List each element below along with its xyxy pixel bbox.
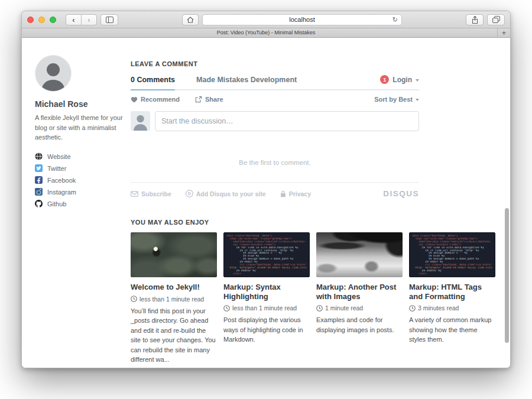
- disqus-logo[interactable]: DISQUS: [383, 189, 419, 198]
- read-time: less than 1 minute read: [223, 304, 310, 312]
- zoom-window-button[interactable]: [50, 17, 56, 23]
- share-box-icon: [195, 96, 202, 103]
- subscribe-link[interactable]: Subscribe: [131, 190, 171, 197]
- svg-text:D: D: [188, 191, 192, 196]
- post-excerpt: A variety of common markup showing how t…: [409, 315, 495, 345]
- clock-icon: [131, 296, 137, 302]
- tab-community[interactable]: Made Mistakes Development: [196, 76, 297, 89]
- instagram-icon: [35, 188, 43, 196]
- sidebar-toggle-button[interactable]: [100, 14, 118, 25]
- commenter-avatar: [131, 111, 150, 131]
- chevron-down-icon: [416, 99, 419, 101]
- post-title-link[interactable]: Markup: Another Post with Images: [316, 283, 403, 301]
- url-text: localhost: [289, 16, 314, 23]
- comments-section: Leave a Comment 0 Comments Made Mistakes…: [131, 60, 419, 198]
- chevron-down-icon: [416, 79, 419, 82]
- empty-state-text: Be the first to comment.: [131, 159, 419, 166]
- post-title-link[interactable]: Welcome to Jekyll!: [131, 283, 217, 292]
- author-name: Michael Rose: [35, 99, 125, 109]
- post-excerpt: Examples and code for displaying images …: [316, 315, 403, 335]
- related-posts-section: You May Also Enjoy Welcome to Jekyll! le…: [131, 219, 499, 365]
- sidebar-link-instagram[interactable]: Instagram: [35, 186, 125, 198]
- tabs-overview-icon: [492, 16, 500, 23]
- clock-icon: [223, 305, 230, 312]
- person-silhouette-icon: [131, 111, 150, 131]
- share-toolbar-button[interactable]: [466, 14, 484, 25]
- forward-button[interactable]: ›: [81, 14, 97, 25]
- tab-bar: Post: Video (YouTube) - Minimal Mistakes…: [22, 28, 510, 38]
- sort-dropdown[interactable]: Sort by Best: [374, 96, 419, 103]
- address-bar[interactable]: localhost ↻: [202, 14, 402, 25]
- home-icon: [187, 17, 194, 23]
- github-icon: [35, 200, 43, 207]
- browser-window: ‹ › localhost ↻ Post: Video (YouTube) - …: [21, 11, 511, 368]
- sidebar-link-facebook[interactable]: Facebook: [35, 174, 125, 186]
- window-controls: [27, 17, 56, 23]
- login-control[interactable]: 1 Login: [380, 75, 419, 89]
- teaser-image-green-macro[interactable]: [131, 232, 217, 277]
- read-time: 1 minute read: [316, 304, 403, 312]
- close-window-button[interactable]: [27, 17, 34, 23]
- sidebar-link-github[interactable]: Github: [35, 198, 125, 210]
- related-card: Markup: Another Post with Images 1 minut…: [316, 232, 403, 335]
- related-card: <div class="masthead__menu"> <nav id="si…: [409, 232, 495, 345]
- disqus-icon: D: [186, 190, 193, 197]
- related-card: <div class="masthead__menu"> <nav id="si…: [223, 232, 310, 345]
- comment-form: [131, 111, 419, 131]
- globe-icon: [35, 153, 43, 160]
- page-content: Michael Rose A flexible Jekyll theme for…: [22, 38, 510, 368]
- disqus-tab-bar: 0 Comments Made Mistakes Development 1 L…: [131, 75, 419, 90]
- heart-icon: [131, 96, 138, 103]
- post-excerpt: Post displaying the various ways of high…: [223, 315, 310, 345]
- facebook-icon: [35, 176, 43, 184]
- sidebar-link-website[interactable]: Website: [35, 151, 125, 163]
- sidebar-link-twitter[interactable]: Twitter: [35, 163, 125, 174]
- comment-input[interactable]: [155, 111, 419, 131]
- teaser-image-code-screenshot[interactable]: <div class="masthead__menu"> <nav id="si…: [409, 232, 495, 277]
- share-button[interactable]: Share: [195, 96, 223, 103]
- active-tab[interactable]: Post: Video (YouTube) - Minimal Mistakes: [22, 28, 510, 37]
- envelope-icon: [131, 191, 138, 197]
- clock-icon: [316, 305, 323, 312]
- lock-icon: [280, 190, 286, 197]
- post-excerpt: You’ll find this post in your _posts dir…: [131, 306, 217, 365]
- post-title-link[interactable]: Markup: Syntax Highlighting: [223, 283, 310, 301]
- login-label: Login: [392, 76, 412, 84]
- related-card: Welcome to Jekyll! less than 1 minute re…: [131, 232, 217, 365]
- author-bio: A flexible Jekyll theme for your blog or…: [35, 113, 125, 142]
- browser-toolbar: ‹ › localhost ↻: [22, 11, 510, 28]
- related-cards: Welcome to Jekyll! less than 1 minute re…: [131, 232, 499, 365]
- back-button[interactable]: ‹: [66, 14, 82, 25]
- privacy-link[interactable]: Privacy: [280, 190, 311, 197]
- teaser-image-foggy-trees[interactable]: [316, 232, 403, 277]
- divider: [131, 182, 419, 183]
- author-profile: Michael Rose A flexible Jekyll theme for…: [35, 55, 125, 210]
- sidebar-icon: [106, 17, 113, 23]
- read-time: 3 minutes read: [409, 304, 495, 312]
- recommend-button[interactable]: Recommend: [131, 96, 180, 103]
- history-nav: ‹ ›: [66, 14, 97, 25]
- minimize-window-button[interactable]: [38, 17, 45, 23]
- share-icon: [472, 16, 478, 24]
- comments-heading: Leave a Comment: [131, 60, 419, 67]
- read-time: less than 1 minute read: [131, 296, 217, 303]
- author-links: Website Twitter Facebook: [35, 151, 125, 210]
- reload-icon[interactable]: ↻: [392, 16, 398, 24]
- author-avatar: [35, 55, 72, 92]
- twitter-icon: [35, 164, 43, 172]
- person-silhouette-icon: [35, 56, 71, 91]
- teaser-image-code-screenshot[interactable]: <div class="masthead__menu"> <nav id="si…: [223, 232, 310, 277]
- home-button[interactable]: [182, 14, 199, 25]
- show-all-tabs-button[interactable]: [487, 14, 505, 25]
- disqus-footer: Subscribe D Add Disqus to your site Priv…: [131, 189, 419, 198]
- post-title-link[interactable]: Markup: HTML Tags and Formatting: [409, 283, 495, 301]
- notification-badge: 1: [380, 75, 389, 84]
- add-disqus-link[interactable]: D Add Disqus to your site: [186, 190, 266, 197]
- related-heading: You May Also Enjoy: [131, 219, 499, 226]
- disqus-actions-row: Recommend Share Sort by Best: [131, 90, 419, 108]
- tab-comment-count[interactable]: 0 Comments: [131, 76, 175, 90]
- clock-icon: [409, 305, 416, 312]
- scrollbar-thumb[interactable]: [505, 208, 509, 343]
- new-tab-button[interactable]: +: [497, 28, 510, 37]
